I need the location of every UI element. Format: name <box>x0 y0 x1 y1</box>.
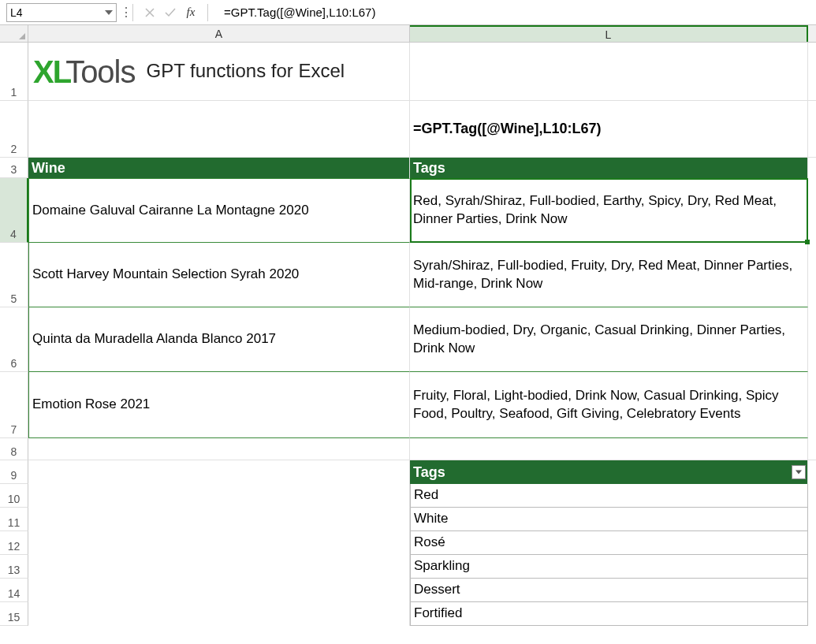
row-header[interactable]: 2 <box>0 101 28 158</box>
table-row: Scott Harvey Mountain Selection Syrah 20… <box>28 243 816 307</box>
cell-wine-name[interactable]: Domaine Galuval Cairanne La Montagne 202… <box>28 178 410 243</box>
table-row: Quinta da Muradella Alanda Blanco 2017 M… <box>28 307 816 372</box>
name-box-value: L4 <box>10 6 23 19</box>
column-headers: A L <box>0 25 816 43</box>
cell-tag[interactable]: Red <box>410 484 808 508</box>
cell-wine-tags[interactable]: Fruity, Floral, Light-bodied, Drink Now,… <box>410 372 808 438</box>
column-label: A <box>215 28 222 40</box>
column-header-l[interactable]: L <box>410 25 808 42</box>
header-tags[interactable]: Tags <box>410 158 808 178</box>
cell-tag[interactable]: Sparkling <box>410 555 808 579</box>
logo-tagline: GPT functions for Excel <box>147 58 345 84</box>
cell-a10[interactable] <box>28 484 410 508</box>
table-row: Dessert <box>28 579 816 602</box>
fx-label: fx <box>187 6 196 19</box>
cell-tag[interactable]: Rosé <box>410 531 808 555</box>
separator <box>132 4 133 21</box>
cell-a2[interactable] <box>28 101 410 157</box>
row-header[interactable]: 11 <box>0 508 28 531</box>
chevron-down-icon[interactable] <box>105 9 113 17</box>
cell-wine-name[interactable]: Quinta da Muradella Alanda Blanco 2017 <box>28 307 410 372</box>
table-row: =GPT.Tag([@Wine],L10:L67) <box>28 101 816 158</box>
tags-header-label: Tags <box>413 463 445 482</box>
header-wine[interactable]: Wine <box>28 158 410 178</box>
row-header[interactable]: 14 <box>0 579 28 602</box>
row-header[interactable]: 12 <box>0 531 28 555</box>
row-header[interactable]: 7 <box>0 372 28 438</box>
cell-l1[interactable] <box>410 43 808 100</box>
cell-a14[interactable] <box>28 579 410 602</box>
row-header[interactable]: 15 <box>0 602 28 626</box>
filter-dropdown-button[interactable] <box>792 465 806 479</box>
cell-tag[interactable]: Dessert <box>410 579 808 602</box>
cells: XLTools GPT functions for Excel =GPT.Tag… <box>28 43 816 626</box>
row-header[interactable]: 10 <box>0 484 28 508</box>
table-row: Sparkling <box>28 555 816 579</box>
cell-a8[interactable] <box>28 438 410 460</box>
cell-a1[interactable]: XLTools GPT functions for Excel <box>28 43 410 100</box>
cancel-formula-button[interactable] <box>141 4 158 21</box>
xltools-logo: XLTools GPT functions for Excel <box>32 50 345 93</box>
row-header[interactable]: 3 <box>0 158 28 178</box>
table-row: Rosé <box>28 531 816 555</box>
cell-a15[interactable] <box>28 602 410 626</box>
table-row: Red <box>28 484 816 508</box>
separator <box>207 4 208 21</box>
table-row: Fortified <box>28 602 816 626</box>
insert-function-button[interactable]: fx <box>182 4 199 21</box>
cell-wine-tags[interactable]: Syrah/Shiraz, Full-bodied, Fruity, Dry, … <box>410 243 808 307</box>
row-header[interactable]: 13 <box>0 555 28 579</box>
name-box[interactable]: L4 <box>6 3 117 22</box>
table-row: Emotion Rose 2021 Fruity, Floral, Light-… <box>28 372 816 438</box>
cell-tag[interactable]: White <box>410 508 808 531</box>
row-header[interactable]: 5 <box>0 243 28 307</box>
row-headers: 1 2 3 4 5 6 7 8 9 10 11 12 13 14 15 <box>0 43 28 626</box>
select-all-corner[interactable] <box>0 25 28 42</box>
cell-wine-tags[interactable]: Red, Syrah/Shiraz, Full-bodied, Earthy, … <box>410 178 808 243</box>
formula-bar: L4 ⋮ fx <box>0 0 816 25</box>
cell-l8[interactable] <box>410 438 808 460</box>
cell-tag[interactable]: Fortified <box>410 602 808 626</box>
formula-text: =GPT.Tag([@Wine],L10:L67) <box>413 119 602 138</box>
row-header[interactable]: 8 <box>0 438 28 460</box>
table-row: XLTools GPT functions for Excel <box>28 43 816 101</box>
cell-a12[interactable] <box>28 531 410 555</box>
table-row: Tags <box>28 460 816 484</box>
logo-tools: Tools <box>65 54 135 89</box>
cell-a9[interactable] <box>28 460 410 484</box>
resize-handle-icon[interactable]: ⋮ <box>120 5 125 20</box>
formula-input[interactable] <box>216 3 816 22</box>
cell-a11[interactable] <box>28 508 410 531</box>
cell-wine-name[interactable]: Scott Harvey Mountain Selection Syrah 20… <box>28 243 410 307</box>
column-label: L <box>605 28 612 41</box>
cell-l2[interactable]: =GPT.Tag([@Wine],L10:L67) <box>410 101 808 157</box>
cell-a13[interactable] <box>28 555 410 579</box>
table-row <box>28 438 816 460</box>
enter-formula-button[interactable] <box>162 4 179 21</box>
row-header[interactable]: 6 <box>0 307 28 372</box>
row-header[interactable]: 9 <box>0 460 28 484</box>
cell-wine-name[interactable]: Emotion Rose 2021 <box>28 372 410 438</box>
table-row: Domaine Galuval Cairanne La Montagne 202… <box>28 178 816 243</box>
tags-list-header[interactable]: Tags <box>410 460 808 484</box>
table-row: White <box>28 508 816 531</box>
cell-wine-tags[interactable]: Medium-bodied, Dry, Organic, Casual Drin… <box>410 307 808 372</box>
column-header-a[interactable]: A <box>28 25 410 42</box>
sheet-body: 1 2 3 4 5 6 7 8 9 10 11 12 13 14 15 XLTo… <box>0 43 816 626</box>
row-header[interactable]: 4 <box>0 178 28 243</box>
table-row: Wine Tags <box>28 158 816 178</box>
row-header[interactable]: 1 <box>0 43 28 101</box>
